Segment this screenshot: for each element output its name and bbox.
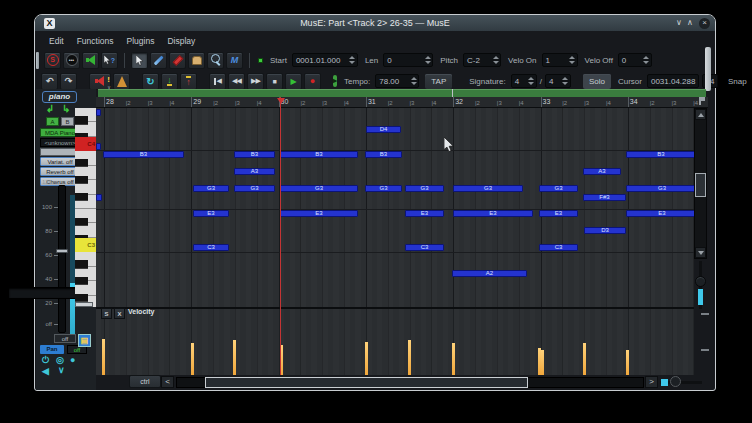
spin-arrows-icon[interactable]	[423, 54, 432, 66]
c3-key[interactable]: C3	[75, 238, 96, 252]
solo-button[interactable]: Solo	[583, 74, 611, 89]
editor-mode-button[interactable]: piano	[42, 91, 77, 103]
rewind-start-button[interactable]: ◀	[209, 73, 226, 90]
controller-select-icon[interactable]: ▤	[78, 334, 91, 347]
lane-splitter-handle[interactable]	[75, 302, 93, 307]
menu-display[interactable]: Display	[167, 36, 195, 46]
midi-note[interactable]: E3	[626, 210, 694, 217]
tap-button[interactable]: TAP	[425, 74, 452, 89]
patch-name[interactable]: <unknown>	[40, 138, 80, 147]
midi-note[interactable]: E3	[405, 210, 444, 217]
spin-arrows-icon[interactable]	[348, 54, 357, 66]
velocity-bar[interactable]	[452, 343, 455, 375]
stop-button[interactable]: ■	[266, 73, 283, 90]
midi-note[interactable]: F#3	[583, 194, 626, 201]
play-events-button[interactable]	[82, 52, 99, 69]
piano-keyboard[interactable]: C4C3	[75, 108, 96, 307]
midi-note[interactable]: A2	[452, 270, 527, 277]
vertical-scrollbar-thumb[interactable]	[695, 173, 706, 197]
bank-b-button[interactable]: B	[61, 117, 74, 126]
pan-tool-button[interactable]	[188, 52, 205, 69]
bank-a-button[interactable]: A	[46, 117, 59, 126]
lane-close-button[interactable]: X	[114, 308, 125, 319]
midi-note[interactable]: C3	[193, 244, 229, 251]
spin-arrows-icon[interactable]	[409, 75, 418, 87]
black-key[interactable]	[75, 277, 88, 285]
black-key[interactable]	[75, 159, 88, 167]
dot-icon[interactable]: ●	[70, 355, 75, 365]
spin-arrows-icon[interactable]	[561, 75, 570, 87]
ctrl-menu-button[interactable]: ctrl	[129, 375, 161, 388]
velocity-bar[interactable]	[541, 350, 544, 375]
volume-slider-handle[interactable]	[56, 249, 68, 253]
black-key[interactable]	[75, 193, 88, 201]
horizontal-zoom-knob[interactable]	[670, 376, 681, 387]
metronome-button[interactable]	[113, 73, 130, 90]
velocity-bar[interactable]	[626, 350, 629, 375]
scroll-down-button[interactable]	[695, 247, 706, 258]
next-part-icon[interactable]: ↳	[62, 103, 70, 114]
bank-program-display[interactable]	[40, 148, 80, 156]
midi-note[interactable]	[96, 143, 101, 150]
play-button[interactable]: ▶	[285, 73, 302, 90]
pointer-tool-button[interactable]	[131, 52, 148, 69]
midi-note[interactable]: E3	[280, 210, 358, 217]
midi-note[interactable]: B3	[365, 151, 402, 158]
black-key[interactable]	[75, 218, 88, 226]
toolbar-handle[interactable]	[36, 52, 39, 69]
horizontal-scrollbar-thumb[interactable]	[205, 377, 528, 388]
punch-in-button[interactable]: ↓	[161, 73, 178, 90]
titlebar[interactable]: X MusE: Part <Track 2> 26-35 — MusE ∨ ∧ …	[35, 15, 715, 31]
midi-note[interactable]: G3	[539, 185, 578, 192]
panic-button[interactable]: !∨	[89, 73, 111, 90]
midi-note[interactable]: B3	[626, 151, 694, 158]
menu-edit[interactable]: Edit	[49, 36, 64, 46]
midi-note[interactable]: D3	[584, 227, 626, 234]
len-spinbox[interactable]: 0	[383, 53, 433, 67]
variation-send-button[interactable]: Variat. off	[40, 157, 80, 166]
menu-plugins[interactable]: Plugins	[127, 36, 155, 46]
spin-arrows-icon[interactable]	[527, 75, 536, 87]
chevron-down-icon[interactable]: ∨	[58, 365, 65, 375]
speaker-small-icon[interactable]: ◀	[42, 366, 49, 376]
prev-part-icon[interactable]: ↲	[46, 103, 54, 114]
timeline-ruler[interactable]: 28|2|3|429|2|3|430|2|3|431|2|3|432|2|3|4…	[96, 97, 708, 108]
pitch-spinbox[interactable]: C-2	[463, 53, 501, 67]
black-key[interactable]	[75, 176, 88, 184]
undo-button[interactable]: ↶	[41, 73, 58, 90]
midi-note[interactable]	[96, 109, 101, 116]
midi-note[interactable]: A3	[234, 168, 275, 175]
midi-note[interactable]: G3	[193, 185, 229, 192]
pencil-tool-button[interactable]	[150, 52, 167, 69]
midi-note[interactable]: C3	[539, 244, 578, 251]
midi-note[interactable]: E3	[539, 210, 578, 217]
spin-arrows-icon[interactable]	[642, 54, 651, 66]
midi-note[interactable]: G3	[626, 185, 694, 192]
midi-note[interactable]: B3	[280, 151, 358, 158]
lane-solo-button[interactable]: S	[101, 308, 112, 319]
start-spinbox[interactable]: 0001.01.000	[292, 53, 358, 67]
velocity-bar[interactable]	[191, 343, 194, 375]
velocity-bar[interactable]	[102, 339, 105, 375]
punch-out-button[interactable]: ↑	[180, 73, 197, 90]
spin-arrows-icon[interactable]	[568, 54, 577, 66]
midi-note[interactable]: E3	[193, 210, 229, 217]
redo-button[interactable]: ↷	[60, 73, 77, 90]
reverb-send-button[interactable]: Reverb off	[40, 167, 80, 176]
velo-off-spinbox[interactable]: 0	[618, 53, 652, 67]
velo-on-spinbox[interactable]: 1	[542, 53, 578, 67]
toolbar-overflow-handle[interactable]	[705, 47, 711, 91]
scroll-left-button[interactable]: <	[161, 376, 174, 388]
velocity-bar[interactable]	[408, 340, 411, 375]
velocity-bar[interactable]	[365, 342, 368, 375]
rewind-button[interactable]: ◀◀	[228, 73, 245, 90]
zoom-tool-button[interactable]	[207, 52, 224, 69]
sig-denominator-spinbox[interactable]: 4	[545, 74, 571, 88]
midi-note[interactable]: G3	[453, 185, 523, 192]
midi-note[interactable]: D4	[366, 126, 401, 133]
part-strip[interactable]	[98, 89, 706, 97]
eraser-tool-button[interactable]	[169, 52, 186, 69]
instrument-name[interactable]: MDA Piano	[40, 128, 80, 137]
black-key[interactable]	[75, 260, 88, 268]
midi-note[interactable]: G3	[405, 185, 444, 192]
